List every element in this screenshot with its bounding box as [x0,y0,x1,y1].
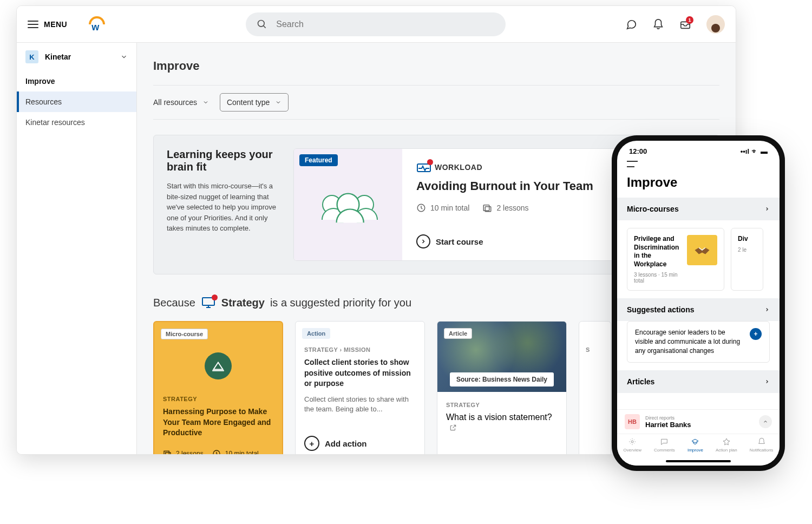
type-pill: Article [444,328,472,339]
mobile-header: Improve [617,158,780,198]
page-title: Improve [153,59,719,73]
menu-label: MENU [44,20,67,29]
suggested-actions-section[interactable]: Suggested actions [617,298,780,321]
home-indicator [666,460,731,462]
lessons: 2 lessons [482,203,528,213]
mobile-course-card[interactable]: Privilege and Discrimination in the Work… [627,228,724,291]
search-container[interactable] [246,12,506,36]
nav-kinetar-resources[interactable]: Kinetar resources [17,112,136,133]
status-bar: 12:00 ••ılᯤ▬ [617,141,780,158]
read-more-button[interactable]: Read more [446,454,558,454]
org-initial: K [25,50,38,63]
add-icon[interactable]: + [750,328,762,340]
hero-category: WORKLOAD [435,163,482,172]
micro-courses-section[interactable]: Micro-courses [617,198,780,220]
svg-point-11 [631,441,633,443]
tab-comments[interactable]: Comments [654,437,675,453]
inbox-icon[interactable]: 1 [679,18,691,30]
org-name: Kinetar [45,53,114,61]
plus-icon: + [304,436,319,451]
type-pill: Micro-course [161,329,208,339]
inbox-badge: 1 [686,16,693,24]
chevron-up-icon[interactable] [759,415,772,428]
chevron-right-icon [764,307,770,312]
search-input[interactable] [276,19,495,29]
type-pill: Action [302,328,330,339]
context-initials: HB [625,414,640,429]
top-icons: 1 [625,15,725,34]
mobile-menu-icon[interactable] [627,161,638,167]
tab-notifications[interactable]: Notifications [750,437,774,453]
workload-icon [416,161,431,174]
chevron-down-icon [120,53,128,61]
org-selector[interactable]: K Kinetar [17,43,136,71]
course-icon [205,352,232,379]
hamburger-icon [28,21,38,28]
strategy-icon [201,296,216,309]
all-resources-filter[interactable]: All resources [153,93,209,112]
card-title: Harnessing Purpose to Make Your Team Mor… [163,407,273,438]
svg-rect-8 [166,453,171,454]
content-type-filter[interactable]: Content type [220,93,289,112]
search-icon [257,19,267,30]
chevron-down-icon [275,99,281,106]
micro-course-card[interactable]: Micro-course STRATEGY Harnessing Purpose… [153,321,283,454]
chevron-down-icon [202,99,209,106]
hero-body: Start with this micro-course—it's a bite… [167,181,280,234]
nav-resources[interactable]: Resources [17,91,136,112]
mobile-course-card-partial[interactable]: Div 2 le [731,228,763,291]
tab-overview[interactable]: Overview [624,437,641,453]
avatar[interactable] [706,15,725,34]
arrow-right-icon [416,234,430,248]
card-desc: Collect client stories to share with the… [304,395,416,414]
source-label: Source: Business News Daily [450,372,554,387]
chat-icon[interactable] [625,18,637,30]
hero-heading: Learning keeps your brain fit [167,148,280,173]
handshake-icon [687,235,717,265]
duration: 10 min total [416,203,469,213]
mobile-action-card[interactable]: Encourage senior leaders to be visible a… [627,321,770,362]
card-category: STRATEGY [163,396,273,402]
hero-intro: Learning keeps your brain fit Start with… [167,148,280,234]
card-title: What is a vision statement? [446,412,558,432]
bell-icon[interactable] [652,18,664,30]
svg-point-0 [258,20,265,27]
card-title: Collect client stories to show positive … [304,357,416,389]
article-card[interactable]: Article Source: Business News Daily STRA… [437,321,567,454]
action-card[interactable]: Action STRATEGY › MISSION Collect client… [295,321,425,454]
chevron-right-icon [764,379,770,384]
filters-row: All resources Content type [153,85,719,120]
context-bar[interactable]: HB Direct reports Harriet Banks [617,410,780,434]
menu-button[interactable]: MENU [28,20,67,29]
mobile-tabbar: HB Direct reports Harriet Banks Overview… [617,409,780,466]
breadcrumb: STRATEGY › MISSION [304,346,416,353]
status-icons: ••ılᯤ▬ [741,147,768,155]
top-bar: MENU w 1 [17,6,736,43]
people-icon [324,195,372,214]
add-action-button[interactable]: + Add action [304,436,416,451]
external-link-icon [449,424,457,431]
nav-improve[interactable]: Improve [17,71,136,91]
workday-logo[interactable]: w [89,16,105,32]
partial-card[interactable]: S [579,321,611,454]
featured-badge: Featured [299,154,338,166]
tab-improve[interactable]: Improve [687,437,703,453]
svg-rect-4 [484,205,490,211]
card-category: STRATEGY [446,402,558,408]
mobile-title: Improve [627,175,770,190]
chevron-right-icon [764,206,770,212]
tab-action-plan[interactable]: Action plan [716,437,737,453]
hero-image: Featured [294,149,402,260]
sidebar: K Kinetar Improve Resources Kinetar reso… [17,43,137,454]
mobile-preview: 12:00 ••ılᯤ▬ Improve Micro-courses Privi… [617,141,780,466]
articles-section[interactable]: Articles [617,370,780,393]
book-icon [446,454,456,454]
